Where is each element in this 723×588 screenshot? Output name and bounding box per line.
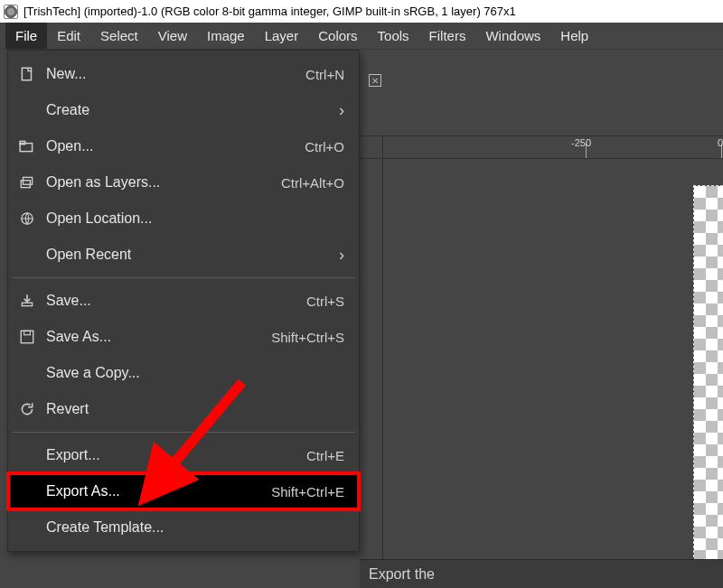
menuitem-label: Open Location... xyxy=(46,210,344,227)
close-icon[interactable]: ✕ xyxy=(369,74,381,87)
globe-icon xyxy=(17,210,37,227)
save-icon xyxy=(17,293,37,309)
menu-colors[interactable]: Colors xyxy=(308,23,367,49)
layers-icon xyxy=(17,174,37,191)
menuitem-export-as[interactable]: Export As... Shift+Ctrl+E xyxy=(8,473,359,509)
menu-view[interactable]: View xyxy=(148,23,197,49)
menu-file[interactable]: File xyxy=(5,23,47,49)
chevron-right-icon: › xyxy=(339,246,344,265)
menuitem-label: Open... xyxy=(46,138,292,154)
blank-icon xyxy=(17,365,37,381)
menuitem-shortcut: Ctrl+E xyxy=(306,448,344,463)
menu-separator xyxy=(12,277,355,278)
menuitem-save-as[interactable]: Save As... Shift+Ctrl+S xyxy=(8,319,359,355)
chevron-right-icon: › xyxy=(339,101,344,120)
menu-edit[interactable]: Edit xyxy=(47,23,90,49)
open-icon xyxy=(17,138,37,154)
menuitem-label: Revert xyxy=(46,401,344,417)
ruler-corner xyxy=(360,136,383,160)
titlebar: [TrishTech] (imported)-1.0 (RGB color 8-… xyxy=(0,0,723,23)
menuitem-label: Open Recent xyxy=(46,247,326,263)
saveas-icon xyxy=(17,329,37,345)
canvas-area xyxy=(360,159,723,559)
status-text: Export the xyxy=(369,566,435,583)
menu-separator xyxy=(12,432,355,433)
revert-icon xyxy=(17,401,37,417)
menu-help[interactable]: Help xyxy=(550,23,598,49)
menuitem-label: Save a Copy... xyxy=(46,365,344,381)
gimp-app-icon xyxy=(4,5,18,19)
menuitem-label: Export... xyxy=(46,447,294,463)
menu-filters[interactable]: Filters xyxy=(419,23,476,49)
menuitem-shortcut: Ctrl+N xyxy=(305,67,344,82)
file-menu-dropdown: New... Ctrl+N Create › Open... Ctrl+O Op… xyxy=(7,50,360,552)
menuitem-open-as-layers[interactable]: Open as Layers... Ctrl+Alt+O xyxy=(8,164,359,201)
menuitem-label: Create xyxy=(46,102,326,118)
menuitem-create-template[interactable]: Create Template... xyxy=(8,509,359,546)
menuitem-open[interactable]: Open... Ctrl+O xyxy=(8,128,359,164)
image-canvas[interactable] xyxy=(694,186,723,559)
ruler-label: -250 xyxy=(571,137,591,148)
new-icon xyxy=(17,66,37,82)
menu-windows[interactable]: Windows xyxy=(475,23,550,49)
menuitem-shortcut: Ctrl+S xyxy=(306,294,344,309)
menu-select[interactable]: Select xyxy=(90,23,148,49)
menuitem-shortcut: Shift+Ctrl+E xyxy=(271,484,344,499)
menuitem-export[interactable]: Export... Ctrl+E xyxy=(8,437,359,473)
menuitem-save-copy[interactable]: Save a Copy... xyxy=(8,355,359,391)
menuitem-shortcut: Shift+Ctrl+S xyxy=(271,330,344,345)
ruler-horizontal: -250 0 xyxy=(360,135,723,159)
blank-icon xyxy=(17,102,37,118)
blank-icon xyxy=(17,447,37,463)
menuitem-shortcut: Ctrl+Alt+O xyxy=(281,175,344,191)
menuitem-create[interactable]: Create › xyxy=(8,92,359,128)
menuitem-shortcut: Ctrl+O xyxy=(305,139,344,154)
svg-rect-6 xyxy=(22,303,32,305)
menuitem-save[interactable]: Save... Ctrl+S xyxy=(8,283,359,319)
window-title: [TrishTech] (imported)-1.0 (RGB color 8-… xyxy=(23,5,516,18)
menuitem-label: Save... xyxy=(46,293,294,309)
menuitem-label: Create Template... xyxy=(46,519,344,536)
blank-icon xyxy=(17,519,37,536)
menubar: File Edit Select View Image Layer Colors… xyxy=(0,23,723,50)
menuitem-label: New... xyxy=(46,66,293,82)
menuitem-open-location[interactable]: Open Location... xyxy=(8,201,359,237)
statusbar: Export the xyxy=(360,559,723,588)
menu-tools[interactable]: Tools xyxy=(368,23,419,49)
tab-strip: ✕ xyxy=(369,74,381,87)
svg-rect-0 xyxy=(22,68,31,80)
menu-layer[interactable]: Layer xyxy=(255,23,309,49)
blank-icon xyxy=(17,483,37,499)
menuitem-revert[interactable]: Revert xyxy=(8,391,359,427)
menuitem-new[interactable]: New... Ctrl+N xyxy=(8,56,359,92)
menuitem-label: Open as Layers... xyxy=(46,174,268,191)
ruler-vertical xyxy=(360,159,383,559)
blank-icon xyxy=(17,247,37,263)
menuitem-label: Save As... xyxy=(46,329,258,345)
ruler-label: 0 xyxy=(718,137,723,148)
menuitem-open-recent[interactable]: Open Recent › xyxy=(8,237,359,273)
menuitem-label: Export As... xyxy=(46,483,258,499)
svg-rect-7 xyxy=(21,331,33,343)
menu-image[interactable]: Image xyxy=(197,23,255,49)
